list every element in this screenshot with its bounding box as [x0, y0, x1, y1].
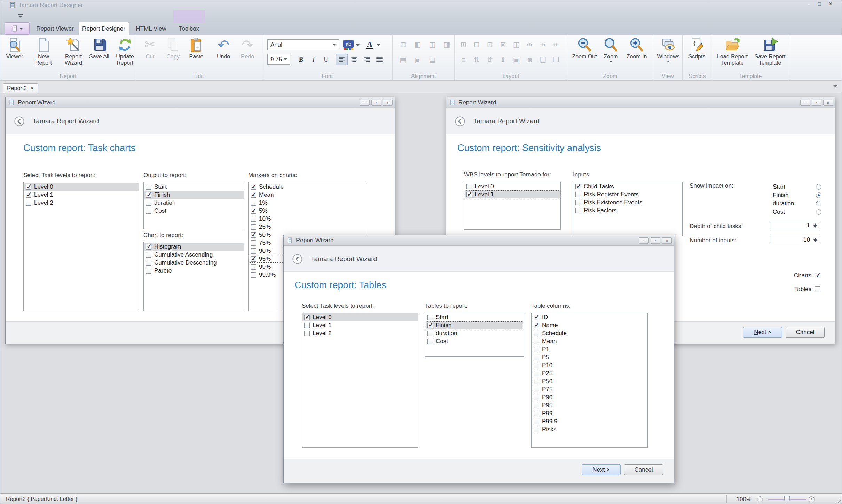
list-item[interactable]: Start — [144, 183, 244, 191]
tab-toolbox[interactable]: Toolbox — [174, 23, 204, 35]
depth-of-child-tasks-spinner[interactable]: 1 — [771, 221, 819, 230]
checkbox-icon[interactable] — [575, 184, 581, 189]
zoom-button[interactable]: Zoom — [600, 37, 622, 71]
list-item[interactable]: Mean — [532, 337, 647, 345]
checkbox-icon[interactable] — [534, 395, 539, 400]
dialog-minimize-button[interactable]: − — [360, 100, 370, 106]
back-button[interactable] — [455, 116, 465, 127]
list-item[interactable]: Pareto — [144, 267, 244, 275]
dialog-titlebar[interactable]: Report Wizard − ▫ x — [284, 235, 674, 246]
list-item[interactable]: Level 0 — [302, 313, 418, 321]
wbs-levels-listbox[interactable]: Level 0Level 1 — [464, 182, 561, 230]
list-item[interactable]: Level 1 — [465, 190, 560, 198]
list-item[interactable]: Level 1 — [24, 191, 139, 199]
list-item[interactable]: 5% — [249, 207, 366, 215]
task-levels-listbox[interactable]: Level 0Level 1Level 2 — [302, 313, 418, 448]
output-type-checkboxes[interactable]: ChartsTables — [746, 269, 821, 296]
highlight-dropdown[interactable] — [355, 39, 361, 50]
tables-to-report-listbox[interactable]: StartFinishdurationCost — [425, 313, 524, 357]
list-item[interactable]: Cost — [144, 207, 244, 215]
list-item[interactable]: P5 — [532, 353, 647, 361]
checkbox-icon[interactable] — [146, 192, 151, 198]
tab-html-view[interactable]: HTML View — [132, 23, 170, 35]
checkbox-icon[interactable] — [304, 323, 310, 328]
checkbox-icon[interactable] — [427, 339, 433, 344]
tab-report-designer[interactable]: Report Designer — [78, 22, 129, 35]
scripts-button[interactable]: { } Scripts — [684, 37, 710, 71]
windows-button[interactable]: Windows — [655, 37, 682, 71]
dialog-close-button[interactable]: x — [823, 100, 833, 106]
radio-row[interactable]: Cost — [772, 208, 822, 216]
bold-button[interactable]: B — [296, 54, 307, 65]
checkbox-icon[interactable] — [251, 184, 256, 190]
table-columns-listbox[interactable]: IDNameScheduleMeanP1P5P10P25P50P75P90P95… — [531, 313, 648, 448]
checkbox-icon[interactable] — [815, 273, 820, 278]
next-button[interactable]: Next > — [582, 464, 621, 475]
document-tab-report2[interactable]: Report2 ✕ — [3, 83, 38, 93]
checkbox-icon[interactable] — [534, 427, 539, 432]
dialog-minimize-button[interactable]: − — [639, 237, 649, 244]
list-item[interactable]: Level 2 — [302, 329, 418, 337]
radio-icon[interactable] — [816, 209, 821, 215]
undo-button[interactable]: ↶ Undo — [212, 37, 235, 71]
checkbox-icon[interactable] — [251, 216, 256, 222]
list-item[interactable]: Risk Factors — [574, 206, 682, 214]
quick-access-dropdown-icon[interactable] — [18, 14, 23, 18]
number-of-inputs-spinner[interactable]: 10 — [771, 235, 819, 244]
list-item[interactable]: Level 2 — [24, 199, 139, 207]
list-item[interactable]: 1% — [249, 199, 366, 207]
report-wizard-button[interactable]: Report Wizard — [60, 37, 87, 71]
list-item[interactable]: Schedule — [532, 329, 647, 337]
checkbox-icon[interactable] — [304, 315, 310, 320]
list-item[interactable]: Mean — [249, 191, 366, 199]
list-item[interactable]: Cost — [426, 337, 523, 345]
list-item[interactable]: P99.9 — [532, 417, 647, 425]
close-tab-icon[interactable]: ✕ — [30, 86, 34, 91]
tab-report-viewer[interactable]: Report Viewer — [36, 23, 74, 35]
zoom-out-button[interactable]: Zoom Out — [570, 37, 599, 71]
close-button[interactable]: ✕ — [828, 1, 833, 7]
zoom-out-slider-button[interactable]: − — [757, 496, 763, 502]
checkbox-icon[interactable] — [466, 184, 472, 189]
task-levels-listbox[interactable]: Level 0Level 1Level 2 — [23, 182, 139, 311]
cancel-button[interactable]: Cancel — [786, 327, 825, 338]
tab-list-dropdown-icon[interactable] — [833, 85, 837, 89]
viewer-button[interactable]: Viewer — [2, 37, 27, 71]
font-size-combobox[interactable]: 9.75 — [267, 54, 290, 65]
list-item[interactable]: Name — [532, 321, 647, 329]
radio-row[interactable]: Finish — [772, 191, 822, 199]
checkbox-icon[interactable] — [146, 244, 151, 250]
list-item[interactable]: duration — [144, 199, 244, 207]
list-item[interactable]: Cumulative Descending — [144, 259, 244, 267]
checkbox-icon[interactable] — [575, 200, 581, 205]
checkbox-icon[interactable] — [251, 200, 256, 206]
checkbox-icon[interactable] — [427, 331, 433, 336]
checkbox-icon[interactable] — [534, 355, 539, 360]
align-center-button[interactable] — [348, 54, 360, 65]
maximize-button[interactable]: □ — [818, 1, 821, 7]
checkbox-icon[interactable] — [26, 200, 31, 206]
checkbox-icon[interactable] — [534, 403, 539, 408]
font-family-combobox[interactable]: Arial — [267, 39, 339, 50]
list-item[interactable]: P95 — [532, 401, 647, 409]
zoom-in-slider-button[interactable]: + — [809, 496, 815, 502]
zoom-slider-thumb[interactable] — [784, 496, 790, 503]
checkbox-icon[interactable] — [146, 260, 151, 266]
list-item[interactable]: Schedule — [249, 183, 366, 191]
list-item[interactable]: 25% — [249, 223, 366, 231]
checkbox-icon[interactable] — [251, 192, 256, 198]
list-item[interactable]: Child Tasks — [574, 182, 682, 190]
align-justify-button[interactable] — [373, 54, 385, 65]
list-item[interactable]: Level 0 — [24, 183, 139, 191]
font-color-button[interactable]: A — [364, 39, 376, 51]
resize-grip-icon[interactable] — [835, 497, 841, 503]
load-report-template-button[interactable]: Load Report Template — [715, 37, 750, 71]
list-item[interactable]: Risk Register Events — [574, 190, 682, 198]
checkbox-icon[interactable] — [575, 192, 581, 197]
list-item[interactable]: Histogram — [144, 243, 244, 251]
list-item[interactable]: Start — [426, 313, 523, 321]
radio-icon[interactable] — [816, 192, 821, 198]
checkbox-row[interactable]: Charts — [746, 269, 821, 282]
text-highlight-button[interactable]: ab — [342, 39, 355, 51]
checkbox-icon[interactable] — [251, 272, 256, 278]
